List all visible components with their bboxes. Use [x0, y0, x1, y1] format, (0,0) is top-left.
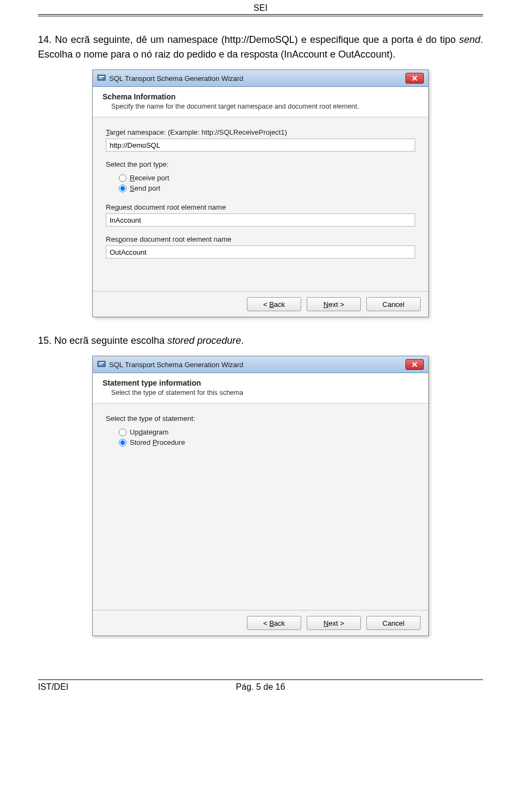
svg-rect-2 — [99, 78, 103, 79]
input-response-root[interactable] — [106, 246, 415, 259]
wizard2-container: SQL Transport Schema Generation Wizard S… — [38, 356, 483, 636]
radio-updategram[interactable]: Updategram — [119, 428, 415, 436]
radio-sp-input[interactable] — [119, 439, 126, 446]
app-icon — [97, 360, 106, 369]
step-14-text: 14. No ecrã seguinte, dê um namespace (h… — [38, 33, 483, 62]
svg-rect-4 — [99, 362, 104, 363]
wizard2-header: Statement type information Select the ty… — [93, 373, 428, 404]
wizard1-header: Schema Information Specify the name for … — [93, 87, 428, 117]
wizard2-window: SQL Transport Schema Generation Wizard S… — [92, 356, 429, 636]
radio-send-input[interactable] — [119, 185, 126, 192]
wizard2-body: Select the type of statement: Updategram… — [93, 404, 428, 610]
content-area: 14. No ecrã seguinte, dê um namespace (h… — [0, 16, 521, 658]
close-button[interactable] — [405, 359, 424, 370]
wizard1-container: SQL Transport Schema Generation Wizard S… — [38, 70, 483, 317]
radio-receive-port[interactable]: Receive port — [119, 174, 415, 182]
label-target-namespace: Target namespace: (Example: http://SQLRe… — [106, 128, 415, 136]
back-button[interactable]: < Back — [247, 297, 301, 311]
wizard1-window: SQL Transport Schema Generation Wizard S… — [92, 70, 429, 317]
wizard1-footer: < Back Next > Cancel — [93, 291, 428, 317]
wizard2-title: SQL Transport Schema Generation Wizard — [109, 361, 402, 369]
radio-send-label: Send port — [130, 184, 160, 192]
cancel-button[interactable]: Cancel — [366, 616, 421, 630]
input-target-namespace[interactable] — [106, 139, 415, 152]
label-request-root: Request document root element name — [106, 203, 415, 211]
wizard1-title: SQL Transport Schema Generation Wizard — [109, 74, 402, 83]
cancel-button[interactable]: Cancel — [366, 297, 421, 311]
back-button[interactable]: < Back — [247, 616, 301, 630]
wizard1-header-sub: Specify the name for the document target… — [103, 103, 418, 110]
wizard2-footer: < Back Next > Cancel — [93, 610, 428, 635]
next-button[interactable]: Next > — [307, 297, 361, 311]
radio-receive-label: Receive port — [130, 174, 169, 182]
step-15-text: 15. No ecrã seguinte escolha stored proc… — [38, 333, 483, 348]
page-footer: IST/DEI Pág. 5 de 16 — [38, 679, 483, 692]
statement-type-radio-group: Updategram Stored Procedure — [106, 425, 415, 454]
radio-sp-label: Stored Procedure — [130, 438, 185, 446]
page-header-title: SEI — [253, 3, 268, 12]
step-15-suffix: . — [241, 335, 244, 346]
wizard1-titlebar[interactable]: SQL Transport Schema Generation Wizard — [93, 70, 428, 87]
label-port-type: Select the port type: — [106, 160, 415, 168]
radio-receive-input[interactable] — [119, 174, 126, 182]
svg-rect-1 — [99, 76, 104, 77]
radio-stored-procedure[interactable]: Stored Procedure — [119, 438, 415, 446]
footer-left: IST/DEI — [38, 682, 186, 692]
footer-right — [335, 682, 483, 692]
step-14-prefix: 14. No ecrã seguinte, dê um namespace (h… — [38, 34, 459, 45]
next-button[interactable]: Next > — [307, 616, 361, 630]
wizard1-header-title: Schema Information — [103, 92, 418, 101]
step-14-italic: send — [459, 34, 480, 45]
page-header: SEI — [38, 0, 483, 15]
step-15-prefix: 15. No ecrã seguinte escolha — [38, 335, 167, 346]
close-button[interactable] — [405, 73, 424, 84]
radio-updategram-input[interactable] — [119, 429, 126, 436]
close-icon — [412, 361, 417, 369]
wizard2-header-title: Statement type information — [103, 379, 418, 387]
wizard2-titlebar[interactable]: SQL Transport Schema Generation Wizard — [93, 356, 428, 373]
radio-send-port[interactable]: Send port — [119, 184, 415, 192]
wizard1-body: Target namespace: (Example: http://SQLRe… — [93, 117, 428, 291]
label-statement-type: Select the type of statement: — [106, 414, 415, 423]
close-icon — [412, 74, 417, 83]
wizard2-header-sub: Select the type of statement for this sc… — [103, 389, 418, 396]
port-type-radio-group: Receive port Send port — [106, 171, 415, 200]
step-15-italic: stored procedure — [167, 335, 241, 346]
radio-updategram-label: Updategram — [130, 428, 169, 436]
footer-center: Pág. 5 de 16 — [186, 682, 334, 692]
svg-rect-5 — [99, 364, 103, 365]
label-response-root: Response document root element name — [106, 235, 415, 243]
input-request-root[interactable] — [106, 213, 415, 226]
app-icon — [97, 74, 106, 83]
